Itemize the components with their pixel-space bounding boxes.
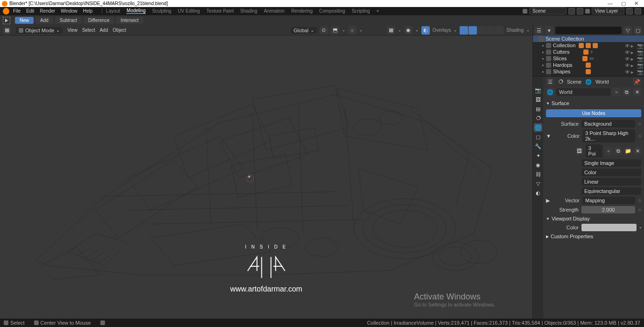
viewlayer-btn2[interactable] — [635, 8, 641, 14]
tab-sculpting[interactable]: Sculpting — [152, 8, 171, 14]
tab-rendering[interactable]: Rendering — [291, 8, 313, 14]
outliner-item[interactable]: ▸Collection👁▸📷 — [533, 42, 644, 49]
viewport-display-title[interactable]: ▼Viewport Display — [546, 214, 641, 223]
world-copy-icon[interactable]: ⧉ — [623, 88, 631, 96]
display-mode-icon[interactable]: ▾ — [545, 26, 553, 35]
tab-modeling[interactable]: Modeling — [126, 8, 146, 14]
tab-object-icon[interactable]: ▢ — [534, 133, 542, 141]
vp-color-swatch[interactable] — [581, 224, 637, 231]
tab-scene-icon[interactable]: 🔿 — [534, 114, 542, 122]
scene-btn1[interactable] — [568, 8, 575, 14]
tab-material-icon[interactable]: ◐ — [534, 189, 542, 197]
image-name[interactable]: 3 Poi — [586, 144, 602, 157]
menu-edit[interactable]: Edit — [26, 8, 34, 14]
world-unlink-icon[interactable]: ✕ — [633, 88, 641, 96]
image-type[interactable]: Single Image — [581, 159, 641, 167]
scene-field[interactable]: Scene — [529, 7, 567, 14]
color-space[interactable]: Color — [581, 169, 641, 176]
solid-icon[interactable] — [477, 26, 486, 35]
tab-add[interactable]: + — [377, 8, 379, 14]
strength-dot-icon[interactable]: ○ — [638, 207, 641, 213]
viewlayer-btn1[interactable] — [626, 8, 633, 14]
outliner-search[interactable] — [555, 27, 622, 34]
menu-window[interactable]: Window — [61, 8, 77, 14]
tab-physics-icon[interactable]: ◉ — [534, 161, 542, 169]
tool-new[interactable]: New — [15, 17, 34, 24]
snap-icon[interactable]: ⬒ — [331, 26, 339, 35]
outliner-item[interactable]: ▸Cutters9👁▸📷 — [533, 49, 644, 55]
img-open-icon[interactable]: 📁 — [624, 147, 631, 155]
tab-viewlayer-icon[interactable]: ▤ — [534, 105, 542, 113]
custom-props-title[interactable]: ▶Custom Properties — [546, 232, 641, 241]
tab-constraint-icon[interactable]: ⛓ — [534, 170, 542, 178]
new-collection-icon[interactable]: ▢ — [634, 26, 642, 35]
pin-icon[interactable]: 📌 — [633, 78, 641, 86]
close-button[interactable]: ✕ — [634, 0, 638, 7]
wireframe-icon[interactable] — [469, 26, 477, 35]
outliner-item[interactable]: ▸Shapes👁▸📷 — [533, 68, 644, 75]
tab-layout[interactable]: Layout — [106, 8, 120, 14]
viewlayer-field[interactable]: View Layer — [592, 7, 624, 14]
pivot-icon[interactable]: ⊙ — [320, 26, 328, 35]
surface-value[interactable]: Background — [581, 120, 635, 128]
tab-particle-icon[interactable]: ✦ — [534, 151, 542, 160]
tab-compositing[interactable]: Compositing — [319, 8, 345, 14]
outliner-type-icon[interactable]: ☰ — [535, 26, 543, 35]
vp-menu-object[interactable]: Object — [112, 28, 126, 33]
tool-intersect[interactable]: Intersect — [116, 17, 143, 24]
surface-panel-title[interactable]: ▼Surface — [546, 99, 641, 107]
minimize-button[interactable]: — — [608, 0, 613, 7]
mode-dropdown[interactable]: Object Mode ⌄ — [16, 27, 63, 34]
use-nodes-button[interactable]: Use Nodes — [546, 109, 641, 117]
img-b2-icon[interactable]: ⧉ — [615, 147, 622, 155]
outliner-item[interactable]: ▸Hardops👁▸📷 — [533, 62, 644, 68]
3d-viewport[interactable]: ▦ Object Mode ⌄ View Select Add Object G… — [0, 25, 533, 321]
xray-icon[interactable] — [460, 26, 468, 35]
tab-output-icon[interactable]: 🖼 — [534, 95, 542, 104]
play-icon[interactable] — [3, 17, 10, 24]
tab-modifier-icon[interactable]: 🔧 — [534, 142, 542, 150]
menu-help[interactable]: Help — [83, 8, 93, 14]
tab-shading[interactable]: Shading — [240, 8, 258, 14]
tab-scripting[interactable]: Scripting — [352, 8, 370, 14]
tool-difference[interactable]: Difference — [84, 17, 114, 24]
proportional-icon[interactable]: ○ — [348, 26, 357, 35]
menu-render[interactable]: Render — [40, 8, 55, 14]
strength-value[interactable]: 2.000 — [581, 206, 635, 213]
maximize-button[interactable]: ▢ — [621, 0, 626, 7]
projection[interactable]: Equirectangular — [581, 187, 641, 195]
tool-add[interactable]: Add — [35, 17, 53, 24]
world-name-field[interactable]: World — [556, 88, 610, 96]
gizmo-icon[interactable]: ▦ — [387, 26, 395, 35]
menu-file[interactable]: File — [13, 8, 21, 14]
overlay-toggle-icon[interactable]: ◉ — [404, 26, 413, 35]
color-dot-icon[interactable]: ○ — [638, 133, 641, 139]
outliner-item[interactable]: ▸Slices50👁▸📷 — [533, 55, 644, 62]
interpolation[interactable]: Linear — [581, 178, 641, 185]
tab-texpaint[interactable]: Texture Paint — [206, 8, 233, 14]
surface-dot-icon[interactable]: ○ — [638, 121, 641, 127]
props-world-label[interactable]: World — [595, 79, 609, 85]
editor-type-icon[interactable]: ▦ — [3, 26, 11, 35]
vp-menu-add[interactable]: Add — [100, 28, 108, 33]
tab-uv[interactable]: UV Editing — [178, 8, 200, 14]
vp-menu-view[interactable]: View — [67, 28, 77, 33]
matprev-icon[interactable] — [486, 26, 495, 35]
tab-render-icon[interactable]: 📷 — [534, 86, 542, 94]
orientation-dropdown[interactable]: Global ⌄ — [291, 27, 317, 34]
overlays-btn[interactable]: ◐ — [421, 26, 430, 35]
scene-btn2[interactable] — [577, 8, 583, 14]
outliner-scene-collection[interactable]: Scene Collection — [533, 36, 644, 42]
filter-icon[interactable]: ▽ — [623, 26, 632, 35]
tab-data-icon[interactable]: ▽ — [534, 179, 542, 188]
color-value[interactable]: 3 Point Sharp High 2k... — [582, 129, 635, 142]
vector-dot-icon[interactable]: ○ — [638, 198, 641, 203]
img-unlink-icon[interactable]: ✕ — [634, 147, 641, 155]
vpcolor-dot-icon[interactable]: • — [639, 225, 641, 230]
tool-subtract[interactable]: Subtract — [55, 17, 82, 24]
tab-world-icon[interactable]: 🌐 — [534, 123, 542, 132]
world-new-icon[interactable]: ▫ — [612, 88, 621, 96]
img-b1-icon[interactable]: ▫ — [605, 147, 612, 155]
tab-animation[interactable]: Animation — [264, 8, 284, 14]
props-scene-label[interactable]: Scene — [567, 79, 581, 85]
